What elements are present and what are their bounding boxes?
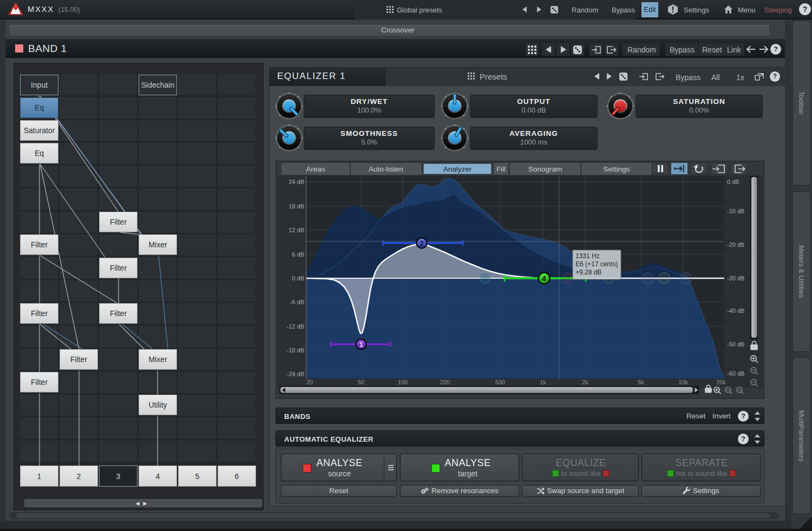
svg-text:0 dB: 0 dB [292,275,304,281]
svg-text:7: 7 [684,274,688,282]
svg-text:-20 dB: -20 dB [727,241,744,248]
svg-text:3: 3 [483,274,487,283]
svg-text:Fill: Fill [496,165,506,173]
svg-text:0 dB: 0 dB [727,179,739,185]
svg-text:5: 5 [646,274,650,282]
svg-text:1: 1 [359,340,363,349]
svg-text:4: 4 [542,274,546,283]
svg-text:Auto-listen: Auto-listen [369,165,403,173]
svg-text:24 dB: 24 dB [289,179,304,185]
svg-text:100: 100 [398,379,408,385]
svg-text:500: 500 [495,379,505,385]
svg-text:1331 Hz: 1331 Hz [575,252,600,260]
svg-text:-40 dB: -40 dB [727,307,744,314]
svg-text:-30 dB: -30 dB [727,275,744,281]
svg-text:-60 dB: -60 dB [727,370,744,377]
svg-text:-10 dB: -10 dB [727,208,744,214]
svg-text:Sonogram: Sonogram [528,165,562,173]
svg-text:-50 dB: -50 dB [727,341,744,348]
svg-text:-24 dB: -24 dB [287,371,304,377]
svg-text:+9.28 dB: +9.28 dB [575,268,601,276]
svg-text:Areas: Areas [306,165,325,173]
svg-text:18 dB: 18 dB [289,203,304,209]
svg-text:6 dB: 6 dB [292,251,304,258]
svg-text:2: 2 [420,239,423,247]
svg-text:-6 dB: -6 dB [290,299,304,305]
svg-text:Analyzer: Analyzer [443,165,472,173]
svg-text:E6 (+17 cents): E6 (+17 cents) [575,260,618,268]
svg-text:200: 200 [440,379,450,385]
svg-text:12 dB: 12 dB [289,227,304,233]
svg-text:10k: 10k [678,379,688,385]
svg-text:6: 6 [663,274,666,282]
svg-text:5k: 5k [638,379,644,385]
svg-text:50: 50 [358,379,364,385]
svg-text:20: 20 [306,379,313,385]
svg-text:2k: 2k [582,379,588,385]
svg-text:20k: 20k [716,379,726,385]
svg-text:-18 dB: -18 dB [287,347,304,353]
svg-text:Settings: Settings [604,165,630,173]
svg-text:-12 dB: -12 dB [287,323,304,330]
svg-text:1k: 1k [540,379,546,385]
